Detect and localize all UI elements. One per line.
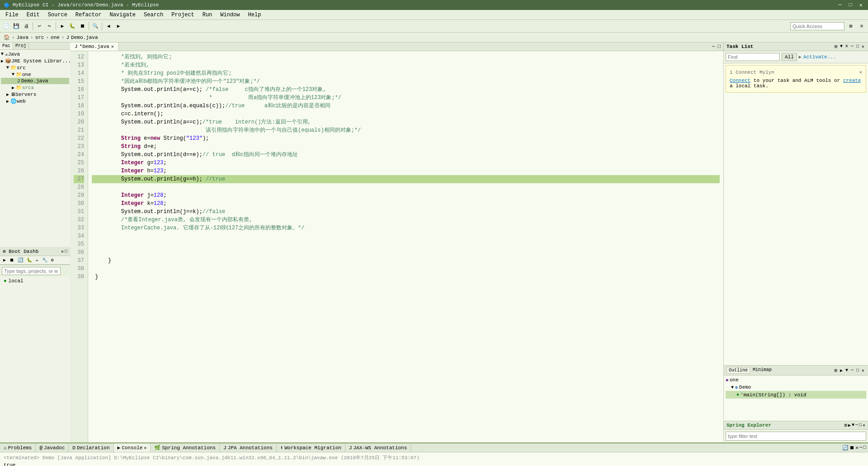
boot-refresh-btn[interactable]: 🔄 [16, 257, 24, 263]
boot-close-icon[interactable]: ✕ [61, 249, 64, 254]
task-list-minimize[interactable]: ─ [850, 44, 854, 49]
breadcrumb-java[interactable]: Java [17, 35, 28, 40]
tree-web[interactable]: ▶ 🌐 web [1, 98, 69, 105]
toolbar-undo[interactable]: ↩ [35, 22, 44, 31]
tab-javadoc[interactable]: @ Javadoc [36, 444, 69, 452]
se-close[interactable]: ✕ [863, 423, 865, 428]
tab-console[interactable]: ▶ Console ✕ [114, 443, 151, 452]
boot-server-item[interactable]: ● local [0, 277, 70, 285]
maximize-button[interactable]: □ [847, 2, 854, 9]
bottom-clear[interactable]: ✕ [855, 445, 859, 451]
breadcrumb-one[interactable]: one [51, 35, 60, 40]
task-list-btn2[interactable]: ▼ [839, 44, 844, 49]
toolbar-redo[interactable]: ↪ [45, 22, 54, 31]
menu-help[interactable]: Help [245, 11, 265, 19]
boot-run-btn[interactable]: ▶ [2, 257, 7, 263]
outline-maximize[interactable]: □ [855, 368, 860, 373]
tab-jpa-annotations[interactable]: J JPA Annotations [220, 444, 277, 452]
menu-navigate[interactable]: Navigate [106, 11, 139, 19]
menu-refactor[interactable]: Refactor [72, 11, 105, 19]
bottom-maximize[interactable]: □ [863, 445, 866, 451]
task-list-filter[interactable]: ≡ [844, 44, 849, 49]
toolbar-debug[interactable]: 🐛 [68, 22, 77, 31]
breadcrumb-demo[interactable]: Demo.java [71, 35, 98, 40]
connect-mylyn-close[interactable]: ✕ [859, 69, 862, 75]
toolbar-print[interactable]: 🖨 [22, 22, 31, 31]
console-tab-close[interactable]: ✕ [144, 445, 146, 451]
se-btn3[interactable]: ▼ [852, 423, 854, 428]
boot-config-btn[interactable]: 🔧 [41, 257, 49, 263]
tree-servers[interactable]: ▶ 🖥 Servers [1, 91, 69, 98]
tree-src[interactable]: ▼ 📁 src [1, 64, 69, 71]
bottom-refresh[interactable]: 🔄 [842, 445, 849, 451]
outline-item-main[interactable]: ● ⁵ main(String[]) : void [726, 391, 866, 399]
boot-stop-btn[interactable]: ⏹ [8, 257, 15, 263]
tree-srcs[interactable]: ▶ 📁 srcs [1, 84, 69, 91]
tab-jaxws-annotations[interactable]: J JAX-WS Annotations [345, 444, 411, 452]
boot-settings-btn[interactable]: ⚙ [50, 257, 55, 263]
code-editor[interactable]: 12131415 16171819 20212223 242526 27 282… [70, 51, 723, 442]
tree-java[interactable]: ▼ ☕ Java [1, 51, 69, 57]
menu-run[interactable]: Run [199, 11, 216, 19]
outline-item-one[interactable]: ■ one [726, 376, 866, 384]
task-list-close[interactable]: ✕ [861, 44, 865, 49]
task-all-btn[interactable]: All [782, 53, 797, 61]
code-content[interactable]: *若找到, 则指向它; *若未找到, * 则先在String pool中创建然后… [88, 51, 723, 442]
toolbar-stop[interactable]: ⏹ [78, 22, 87, 31]
outline-tab[interactable]: Outline [726, 367, 750, 374]
demo-tab-close[interactable]: ✕ [111, 44, 114, 49]
outline-btn1[interactable]: ⊞ [834, 368, 838, 373]
connect-link[interactable]: Connect [730, 78, 750, 83]
bottom-minimize[interactable]: ─ [859, 445, 863, 451]
se-btn1[interactable]: ⊞ [844, 423, 847, 428]
boot-edit-btn[interactable]: ✏ [34, 257, 40, 263]
outline-close[interactable]: ✕ [861, 368, 865, 373]
toolbar-run[interactable]: ▶ [58, 22, 67, 31]
outline-btn2[interactable]: ▶ [839, 368, 844, 373]
tab-package-explorer[interactable]: Pac [0, 43, 13, 49]
bottom-stop[interactable]: ⏹ [849, 445, 854, 451]
tab-spring-annotations[interactable]: 🌿 Spring Annotations [151, 443, 220, 452]
toolbar-search[interactable]: 🔍 [91, 22, 100, 31]
toolbar-new[interactable]: 📄 [2, 22, 11, 31]
create-link[interactable]: create [843, 78, 861, 83]
task-find-input[interactable] [726, 53, 780, 61]
menu-window[interactable]: Window [217, 11, 243, 19]
menu-file[interactable]: File [2, 11, 22, 19]
tree-jre[interactable]: ▶ 📦 JRE System Librar... [1, 57, 69, 64]
tab-project-explorer[interactable]: Proj [13, 43, 29, 49]
menu-project[interactable]: Project [168, 11, 198, 19]
toolbar-layout[interactable]: ⊞ [846, 22, 855, 31]
toolbar-back[interactable]: ◀ [104, 22, 113, 31]
task-activate-link[interactable]: Activate... [803, 54, 836, 60]
toolbar-menu[interactable]: ≡ [857, 22, 866, 31]
outline-btn3[interactable]: ▼ [844, 368, 849, 373]
breadcrumb-home[interactable]: 🏠 [4, 34, 10, 40]
tab-declaration[interactable]: D Declaration [69, 444, 113, 452]
spring-filter-input[interactable] [726, 432, 866, 441]
boot-search-input[interactable] [2, 267, 61, 275]
minimap-tab[interactable]: Minimap [751, 367, 774, 374]
menu-source[interactable]: Source [44, 11, 71, 19]
se-btn2[interactable]: ▶ [848, 423, 851, 428]
tab-workspace-migration[interactable]: ⬆ Workspace Migration [277, 443, 345, 452]
editor-tab-demo[interactable]: J *Demo.java ✕ [70, 43, 119, 51]
boot-max-icon[interactable]: □ [65, 249, 67, 254]
menu-search[interactable]: Search [140, 11, 167, 19]
se-maximize[interactable]: □ [859, 423, 862, 428]
quick-access-input[interactable] [790, 22, 844, 30]
task-list-btn1[interactable]: ⊞ [834, 44, 838, 49]
outline-item-demo[interactable]: ▼ ◉ Demo [726, 384, 866, 391]
toolbar-forward[interactable]: ▶ [114, 22, 123, 31]
tab-maximize-btn[interactable]: □ [717, 44, 722, 49]
breadcrumb-src[interactable]: src [35, 35, 44, 40]
tree-one[interactable]: ▼ 📁 one [1, 71, 69, 78]
tree-demo-java[interactable]: J Demo.java [1, 78, 69, 84]
minimize-button[interactable]: ─ [836, 2, 843, 9]
boot-debug-btn[interactable]: 🐛 [25, 257, 33, 263]
outline-minimize[interactable]: ─ [850, 368, 854, 373]
task-list-maximize[interactable]: □ [855, 44, 860, 49]
tab-minimize-btn[interactable]: ─ [711, 44, 716, 49]
menu-edit[interactable]: Edit [23, 11, 43, 19]
close-button[interactable]: ✕ [858, 2, 864, 9]
